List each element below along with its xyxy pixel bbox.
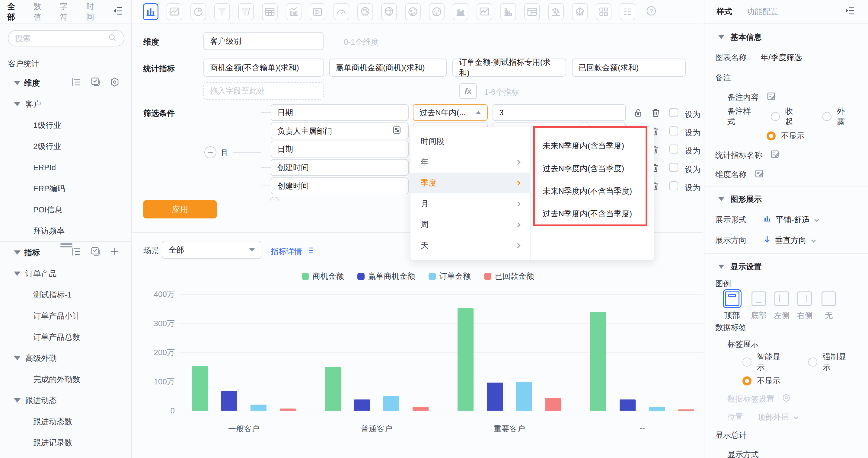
- triangle-down-icon[interactable]: [14, 398, 21, 402]
- stacked-grid-icon[interactable]: [500, 3, 516, 20]
- tree-row-完成的外勤数[interactable]: 完成的外勤数: [0, 369, 132, 390]
- bar-重要客户-已回款金额[interactable]: [546, 398, 561, 411]
- legend-item-订单金额[interactable]: 订单金额: [429, 271, 471, 282]
- metric-chip[interactable]: 赢单商机金额(商机)(求和): [329, 59, 447, 77]
- unlock-icon[interactable]: [633, 107, 644, 120]
- filter-field-负责人主属部门[interactable]: 负责人主属部门: [271, 123, 409, 139]
- dimension-field-chip[interactable]: 客户级别: [204, 32, 323, 50]
- gear-icon[interactable]: [109, 76, 120, 90]
- time-submenu-item[interactable]: 未来N季度内(含当季度): [531, 135, 654, 157]
- tree-row-订单产品总数[interactable]: 订单产品总数: [0, 326, 132, 348]
- style-panel-tab-样式[interactable]: 样式: [716, 6, 732, 17]
- metric-detail-link[interactable]: 指标详情: [271, 246, 315, 257]
- time-menu-item-月[interactable]: 月: [410, 193, 530, 214]
- tree-row-客户[interactable]: 客户: [0, 94, 132, 115]
- legend-item-赢单商机金额[interactable]: 赢单商机金额: [357, 271, 415, 282]
- pie-chart-icon[interactable]: [190, 3, 206, 20]
- set-as-checkbox[interactable]: [669, 181, 678, 190]
- radar-icon[interactable]: [572, 3, 588, 20]
- filter-field-日期[interactable]: 日期: [271, 140, 409, 158]
- indent-icon[interactable]: [70, 246, 82, 259]
- metric-chip[interactable]: 订单金额-测试指标专用(求和): [453, 59, 566, 77]
- chart-name-value[interactable]: 年/季度筛选: [761, 52, 802, 63]
- tree-row-跟进动态数[interactable]: 跟进动态数: [0, 411, 132, 432]
- histogram-icon[interactable]: [453, 3, 468, 20]
- indent-icon[interactable]: [70, 76, 82, 90]
- radio-智能显示[interactable]: [742, 358, 751, 367]
- field-tab-全部[interactable]: 全部: [7, 1, 22, 22]
- table-layout-icon[interactable]: [524, 3, 540, 20]
- triangle-down-icon[interactable]: [14, 251, 21, 255]
- bar----订单金额[interactable]: [649, 407, 665, 411]
- bar-普通客户-商机金额[interactable]: [325, 367, 341, 411]
- field-tab-字符[interactable]: 字符: [60, 1, 75, 22]
- bar-重要客户-赢单商机金额[interactable]: [487, 383, 503, 411]
- direction-row[interactable]: 展示方向 垂直方向: [705, 234, 868, 246]
- formula-fx-button[interactable]: fx: [459, 83, 477, 99]
- field-tab-数值[interactable]: 数值: [33, 1, 48, 22]
- metric-chip[interactable]: 已回款金额(求和): [572, 59, 686, 77]
- scene-select[interactable]: 全部: [162, 241, 261, 259]
- filter-value-input[interactable]: 3: [493, 104, 626, 121]
- sliders-icon[interactable]: [392, 125, 402, 137]
- time-menu-item-时间段[interactable]: 时间段: [410, 131, 530, 152]
- edit-dimension-name-icon[interactable]: [754, 168, 765, 181]
- line-chart-icon[interactable]: [166, 3, 182, 20]
- legend-position-option-右侧[interactable]: 右侧: [793, 291, 817, 321]
- detail-list-icon[interactable]: [620, 3, 635, 20]
- globe-cn-icon[interactable]: CN: [381, 3, 397, 20]
- tree-row-ERPId[interactable]: ERPId: [0, 157, 132, 178]
- bar-一般客户-商机金额[interactable]: [192, 366, 208, 411]
- check-icon[interactable]: [90, 246, 101, 259]
- tree-row-指标[interactable]: 指标: [0, 242, 132, 263]
- radio-不显示[interactable]: [767, 131, 776, 140]
- search-input[interactable]: 搜索: [8, 30, 124, 46]
- bar----已回款金额[interactable]: [678, 410, 694, 411]
- legend-position-option-顶部[interactable]: 顶部: [720, 291, 744, 321]
- bar-普通客户-赢单商机金额[interactable]: [354, 399, 370, 411]
- metric-chip[interactable]: 商机金额(不含输单)(求和): [204, 59, 323, 77]
- time-submenu-item[interactable]: 未来N季度内(不含当季度): [531, 180, 654, 202]
- legend-item-已回款金额[interactable]: 已回款金额: [484, 271, 534, 282]
- card-grid-icon[interactable]: [596, 3, 612, 20]
- bar-普通客户-订单金额[interactable]: [383, 396, 399, 411]
- metric-drop-zone[interactable]: 拖入字段至此处: [204, 82, 323, 100]
- apply-button[interactable]: 应用: [143, 200, 217, 219]
- bar----赢单商机金额[interactable]: [620, 399, 636, 411]
- basic-info-section[interactable]: 基本信息: [705, 32, 868, 42]
- filter-field-创建时间[interactable]: 创建时间: [271, 177, 409, 194]
- check-icon[interactable]: [90, 76, 101, 90]
- filter-field-日期[interactable]: 日期: [271, 104, 409, 121]
- bar-普通客户-已回款金额[interactable]: [412, 407, 429, 411]
- plus-icon[interactable]: [109, 246, 120, 259]
- text-card-icon[interactable]: [310, 3, 326, 20]
- legend-item-商机金额[interactable]: 商机金额: [302, 271, 344, 282]
- multi-line-icon[interactable]: [476, 3, 492, 20]
- bar-重要客户-商机金额[interactable]: [458, 308, 473, 411]
- time-menu-item-天[interactable]: 天: [410, 235, 530, 256]
- time-menu-item-年[interactable]: 年: [410, 152, 530, 172]
- gauge-icon[interactable]: [334, 3, 349, 20]
- graphic-section[interactable]: 图形展示: [705, 194, 868, 204]
- time-menu-item-周[interactable]: 周: [410, 214, 530, 235]
- tree-row-拜访频率[interactable]: 拜访频率: [0, 220, 132, 241]
- combo-chart-icon[interactable]: [286, 3, 302, 20]
- radio-外露[interactable]: [823, 112, 832, 121]
- map-pie-cn-icon[interactable]: CN: [357, 3, 373, 20]
- triangle-down-icon[interactable]: [14, 356, 21, 360]
- time-submenu-item[interactable]: 过去N季度内(含当季度): [531, 157, 654, 180]
- bar-重要客户-订单金额[interactable]: [516, 382, 532, 411]
- tree-row-1级行业[interactable]: 1级行业: [0, 115, 132, 136]
- help-icon[interactable]: ?: [645, 5, 657, 19]
- bar----商机金额[interactable]: [590, 312, 606, 411]
- tree-row-订单产品[interactable]: 订单产品: [0, 263, 132, 284]
- legend-position-option-底部[interactable]: 底部: [747, 291, 771, 321]
- legend-position-option-左侧[interactable]: 左侧: [770, 291, 794, 321]
- tree-row-高级外勤[interactable]: 高级外勤: [0, 348, 132, 369]
- display-form-row[interactable]: 展示形式 平铺-舒适: [705, 214, 868, 226]
- tree-row-POI信息[interactable]: POI信息: [0, 199, 132, 220]
- set-as-checkbox[interactable]: [669, 126, 678, 135]
- set-as-checkbox[interactable]: [669, 144, 678, 154]
- bar-一般客户-赢单商机金额[interactable]: [221, 391, 237, 411]
- time-operator-select[interactable]: 过去N年内(...: [413, 104, 488, 121]
